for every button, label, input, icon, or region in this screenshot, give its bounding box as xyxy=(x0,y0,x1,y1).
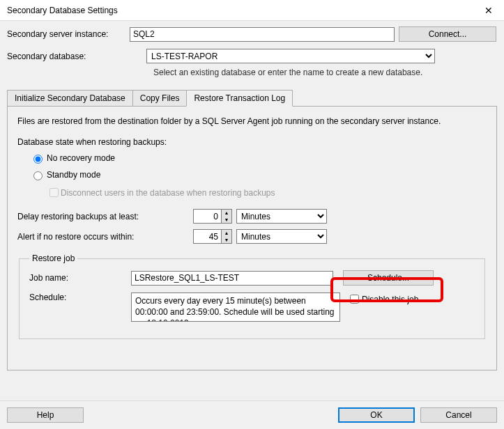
chevron-down-icon[interactable]: ▼ xyxy=(222,217,231,224)
database-hint: Select an existing database or enter the… xyxy=(153,68,497,77)
dialog-footer: Help OK Cancel xyxy=(0,400,504,429)
disable-job-label: Disable this job xyxy=(362,295,418,304)
help-button[interactable]: Help xyxy=(7,407,84,423)
schedule-row: Schedule: Occurs every day every 15 minu… xyxy=(29,292,475,322)
no-recovery-label: No recovery mode xyxy=(47,153,115,163)
state-label: Database state when restoring backups: xyxy=(17,137,487,147)
schedule-label: Schedule: xyxy=(29,292,131,302)
ok-button[interactable]: OK xyxy=(338,407,415,423)
job-name-label: Job name: xyxy=(29,273,131,283)
alert-spinner[interactable] xyxy=(193,229,221,244)
delay-label: Delay restoring backups at least: xyxy=(17,212,193,221)
alert-row: Alert if no restore occurs within: ▲ ▼ M… xyxy=(17,229,487,244)
window-title: Secondary Database Settings xyxy=(7,6,118,15)
job-name-input[interactable] xyxy=(131,271,333,286)
database-label: Secondary database: xyxy=(7,52,146,61)
close-icon[interactable]: ✕ xyxy=(473,0,504,21)
alert-unit-select[interactable]: Minutes xyxy=(236,229,327,244)
alert-label: Alert if no restore occurs within: xyxy=(17,232,193,242)
schedule-button[interactable]: Schedule... xyxy=(343,270,434,286)
chevron-up-icon[interactable]: ▲ xyxy=(222,210,231,217)
server-instance-input[interactable] xyxy=(130,27,395,42)
database-row: Secondary database: LS-TEST-RAPOR xyxy=(7,49,497,63)
disconnect-checkbox xyxy=(49,188,59,197)
secondary-database-select[interactable]: LS-TEST-RAPOR xyxy=(146,49,435,63)
tab-copy-files[interactable]: Copy Files xyxy=(132,90,188,107)
chevron-up-icon[interactable]: ▲ xyxy=(222,230,231,237)
restore-intro: Files are restored from the destination … xyxy=(17,116,487,126)
restore-job-group: Restore job Job name: Schedule... Schedu… xyxy=(19,254,485,339)
dialog-body: Secondary server instance: Connect... Se… xyxy=(0,21,504,400)
delay-spinner[interactable] xyxy=(193,209,221,224)
server-row: Secondary server instance: Connect... xyxy=(7,26,497,42)
disconnect-label: Disconnect users in the database when re… xyxy=(61,188,275,198)
disconnect-option: Disconnect users in the database when re… xyxy=(47,186,487,199)
no-recovery-radio[interactable] xyxy=(33,155,43,164)
standby-radio[interactable] xyxy=(33,171,43,180)
tab-strip: Initialize Secondary Database Copy Files… xyxy=(7,90,497,107)
server-label: Secondary server instance: xyxy=(7,29,130,39)
standby-label: Standby mode xyxy=(47,170,100,180)
alert-spinner-buttons[interactable]: ▲ ▼ xyxy=(221,229,232,244)
standby-radio-row: Standby mode xyxy=(30,169,487,180)
delay-row: Delay restoring backups at least: ▲ ▼ Mi… xyxy=(17,209,487,224)
connect-button[interactable]: Connect... xyxy=(399,26,496,42)
tab-initialize[interactable]: Initialize Secondary Database xyxy=(7,90,133,107)
cancel-button[interactable]: Cancel xyxy=(420,407,497,423)
restore-job-legend: Restore job xyxy=(29,254,77,263)
tab-content-restore: Files are restored from the destination … xyxy=(7,106,497,370)
titlebar: Secondary Database Settings ✕ xyxy=(0,0,504,21)
job-name-row: Job name: Schedule... xyxy=(29,270,475,286)
schedule-text: Occurs every day every 15 minute(s) betw… xyxy=(131,292,340,322)
delay-unit-select[interactable]: Minutes xyxy=(236,209,327,224)
tab-restore-log[interactable]: Restore Transaction Log xyxy=(186,90,293,107)
chevron-down-icon[interactable]: ▼ xyxy=(222,237,231,244)
disable-job-checkbox[interactable] xyxy=(350,295,359,304)
no-recovery-radio-row: No recovery mode xyxy=(30,153,487,164)
delay-spinner-buttons[interactable]: ▲ ▼ xyxy=(221,209,232,224)
